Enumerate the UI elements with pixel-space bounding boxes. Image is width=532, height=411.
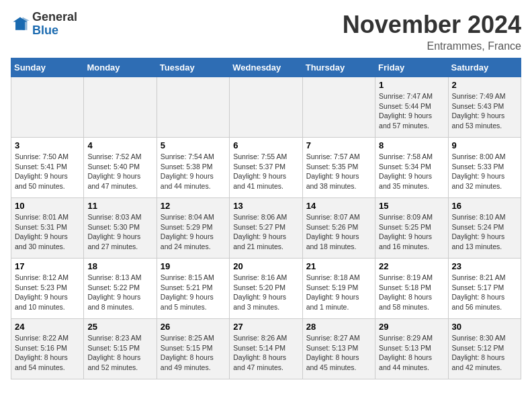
day-cell: 7Sunrise: 7:57 AM Sunset: 5:35 PM Daylig… <box>302 138 375 198</box>
day-info: Sunrise: 8:30 AM Sunset: 5:12 PM Dayligh… <box>452 333 517 373</box>
calendar-table: SundayMondayTuesdayWednesdayThursdayFrid… <box>11 58 521 379</box>
header: General Blue November 2024 Entrammes, Fr… <box>11 11 521 52</box>
day-number: 21 <box>306 261 371 271</box>
day-cell: 12Sunrise: 8:04 AM Sunset: 5:29 PM Dayli… <box>157 198 229 259</box>
day-number: 7 <box>306 140 371 150</box>
day-info: Sunrise: 7:50 AM Sunset: 5:41 PM Dayligh… <box>15 152 80 191</box>
weekday-header-wednesday: Wednesday <box>230 58 302 77</box>
day-cell: 2Sunrise: 7:49 AM Sunset: 5:43 PM Daylig… <box>448 77 521 138</box>
day-cell: 10Sunrise: 8:01 AM Sunset: 5:31 PM Dayli… <box>11 198 84 259</box>
day-cell <box>302 77 375 138</box>
day-cell: 15Sunrise: 8:09 AM Sunset: 5:25 PM Dayli… <box>375 198 448 259</box>
day-cell: 1Sunrise: 7:47 AM Sunset: 5:44 PM Daylig… <box>375 77 448 138</box>
day-cell: 8Sunrise: 7:58 AM Sunset: 5:34 PM Daylig… <box>375 138 448 198</box>
day-info: Sunrise: 8:01 AM Sunset: 5:31 PM Dayligh… <box>15 212 80 252</box>
day-number: 10 <box>15 201 80 211</box>
day-cell: 21Sunrise: 8:18 AM Sunset: 5:19 PM Dayli… <box>302 259 375 319</box>
day-cell: 9Sunrise: 8:00 AM Sunset: 5:33 PM Daylig… <box>448 138 521 198</box>
day-info: Sunrise: 8:16 AM Sunset: 5:20 PM Dayligh… <box>233 273 298 312</box>
day-info: Sunrise: 8:29 AM Sunset: 5:13 PM Dayligh… <box>379 333 444 373</box>
logo-icon <box>11 15 30 34</box>
day-number: 19 <box>161 261 226 271</box>
day-cell <box>157 77 229 138</box>
day-number: 22 <box>379 261 444 271</box>
day-info: Sunrise: 7:57 AM Sunset: 5:35 PM Dayligh… <box>306 152 371 191</box>
weekday-header-thursday: Thursday <box>302 58 375 77</box>
logo: General Blue <box>11 11 77 38</box>
logo-general-text: General <box>32 10 77 24</box>
day-number: 17 <box>15 261 80 271</box>
day-cell: 25Sunrise: 8:23 AM Sunset: 5:15 PM Dayli… <box>84 319 157 379</box>
week-row-2: 10Sunrise: 8:01 AM Sunset: 5:31 PM Dayli… <box>11 198 521 259</box>
day-info: Sunrise: 8:04 AM Sunset: 5:29 PM Dayligh… <box>161 212 226 252</box>
day-number: 13 <box>233 201 298 211</box>
month-title: November 2024 <box>343 11 521 39</box>
logo-blue-text: Blue <box>32 24 58 37</box>
day-info: Sunrise: 8:13 AM Sunset: 5:22 PM Dayligh… <box>87 273 152 312</box>
day-number: 30 <box>452 322 517 332</box>
weekday-header-monday: Monday <box>84 58 157 77</box>
svg-marker-1 <box>23 17 30 30</box>
day-info: Sunrise: 7:58 AM Sunset: 5:34 PM Dayligh… <box>379 152 444 191</box>
week-row-0: 1Sunrise: 7:47 AM Sunset: 5:44 PM Daylig… <box>11 77 521 138</box>
day-cell: 19Sunrise: 8:15 AM Sunset: 5:21 PM Dayli… <box>157 259 229 319</box>
day-number: 18 <box>87 261 152 271</box>
day-cell: 23Sunrise: 8:21 AM Sunset: 5:17 PM Dayli… <box>448 259 521 319</box>
day-info: Sunrise: 8:12 AM Sunset: 5:23 PM Dayligh… <box>15 273 80 312</box>
day-cell: 6Sunrise: 7:55 AM Sunset: 5:37 PM Daylig… <box>230 138 302 198</box>
day-info: Sunrise: 8:25 AM Sunset: 5:15 PM Dayligh… <box>161 333 226 373</box>
weekday-header-sunday: Sunday <box>11 58 84 77</box>
weekday-header-row: SundayMondayTuesdayWednesdayThursdayFrid… <box>11 58 521 77</box>
day-info: Sunrise: 8:06 AM Sunset: 5:27 PM Dayligh… <box>233 212 298 252</box>
calendar-body: 1Sunrise: 7:47 AM Sunset: 5:44 PM Daylig… <box>11 77 521 379</box>
weekday-header-saturday: Saturday <box>448 58 521 77</box>
day-cell: 24Sunrise: 8:22 AM Sunset: 5:16 PM Dayli… <box>11 319 84 379</box>
day-number: 6 <box>233 140 298 150</box>
day-cell <box>11 77 84 138</box>
day-info: Sunrise: 7:52 AM Sunset: 5:40 PM Dayligh… <box>87 152 152 191</box>
day-number: 5 <box>161 140 226 150</box>
day-info: Sunrise: 8:09 AM Sunset: 5:25 PM Dayligh… <box>379 212 444 252</box>
day-info: Sunrise: 8:26 AM Sunset: 5:14 PM Dayligh… <box>233 333 298 373</box>
day-number: 3 <box>15 140 80 150</box>
day-info: Sunrise: 8:18 AM Sunset: 5:19 PM Dayligh… <box>306 273 371 312</box>
day-info: Sunrise: 8:10 AM Sunset: 5:24 PM Dayligh… <box>452 212 517 252</box>
day-info: Sunrise: 7:47 AM Sunset: 5:44 PM Dayligh… <box>379 91 444 131</box>
day-number: 26 <box>161 322 226 332</box>
day-number: 11 <box>87 201 152 211</box>
day-cell: 22Sunrise: 8:19 AM Sunset: 5:18 PM Dayli… <box>375 259 448 319</box>
day-number: 2 <box>452 80 517 90</box>
day-number: 14 <box>306 201 371 211</box>
day-info: Sunrise: 7:54 AM Sunset: 5:38 PM Dayligh… <box>161 152 226 191</box>
day-number: 15 <box>379 201 444 211</box>
day-cell: 14Sunrise: 8:07 AM Sunset: 5:26 PM Dayli… <box>302 198 375 259</box>
day-cell: 29Sunrise: 8:29 AM Sunset: 5:13 PM Dayli… <box>375 319 448 379</box>
day-number: 4 <box>87 140 152 150</box>
weekday-header-tuesday: Tuesday <box>157 58 229 77</box>
day-number: 12 <box>161 201 226 211</box>
day-info: Sunrise: 8:07 AM Sunset: 5:26 PM Dayligh… <box>306 212 371 252</box>
day-number: 20 <box>233 261 298 271</box>
day-cell: 20Sunrise: 8:16 AM Sunset: 5:20 PM Dayli… <box>230 259 302 319</box>
day-info: Sunrise: 7:55 AM Sunset: 5:37 PM Dayligh… <box>233 152 298 191</box>
day-cell: 16Sunrise: 8:10 AM Sunset: 5:24 PM Dayli… <box>448 198 521 259</box>
day-info: Sunrise: 7:49 AM Sunset: 5:43 PM Dayligh… <box>452 91 517 131</box>
day-number: 24 <box>15 322 80 332</box>
day-cell: 13Sunrise: 8:06 AM Sunset: 5:27 PM Dayli… <box>230 198 302 259</box>
day-cell: 26Sunrise: 8:25 AM Sunset: 5:15 PM Dayli… <box>157 319 229 379</box>
day-cell: 5Sunrise: 7:54 AM Sunset: 5:38 PM Daylig… <box>157 138 229 198</box>
day-number: 16 <box>452 201 517 211</box>
day-cell: 4Sunrise: 7:52 AM Sunset: 5:40 PM Daylig… <box>84 138 157 198</box>
day-number: 27 <box>233 322 298 332</box>
day-cell <box>230 77 302 138</box>
day-info: Sunrise: 8:00 AM Sunset: 5:33 PM Dayligh… <box>452 152 517 191</box>
day-cell: 3Sunrise: 7:50 AM Sunset: 5:41 PM Daylig… <box>11 138 84 198</box>
week-row-3: 17Sunrise: 8:12 AM Sunset: 5:23 PM Dayli… <box>11 259 521 319</box>
day-info: Sunrise: 8:22 AM Sunset: 5:16 PM Dayligh… <box>15 333 80 373</box>
week-row-1: 3Sunrise: 7:50 AM Sunset: 5:41 PM Daylig… <box>11 138 521 198</box>
day-cell: 11Sunrise: 8:03 AM Sunset: 5:30 PM Dayli… <box>84 198 157 259</box>
title-area: November 2024 Entrammes, France <box>343 11 521 52</box>
day-cell: 18Sunrise: 8:13 AM Sunset: 5:22 PM Dayli… <box>84 259 157 319</box>
day-cell <box>84 77 157 138</box>
day-number: 23 <box>452 261 517 271</box>
